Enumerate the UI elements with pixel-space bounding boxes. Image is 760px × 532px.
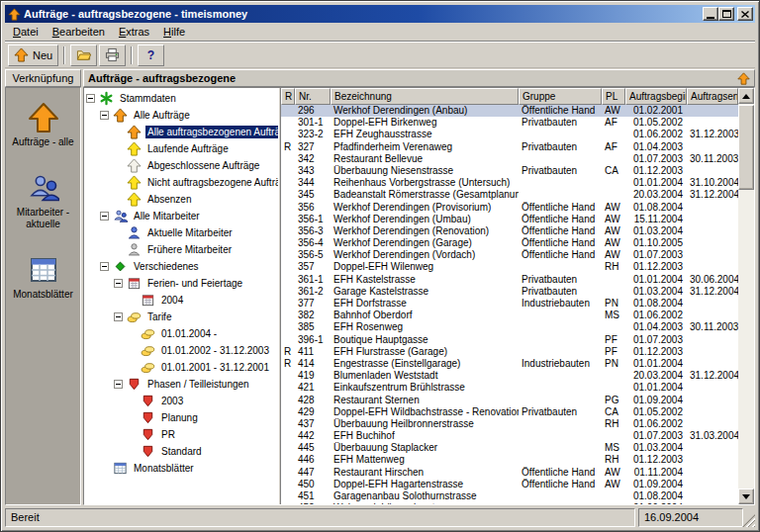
resize-grip[interactable] — [742, 514, 755, 527]
table-row[interactable]: 301-1Doppel-EFH BirkenwegPrivatbautenAF0… — [281, 117, 738, 129]
menu-bearbeiten[interactable]: Bearbeiten — [46, 23, 112, 41]
tree-collapse-toggle[interactable] — [100, 262, 109, 271]
table-row[interactable]: R411EFH Flurstrasse (Garage)PF01.12.2003 — [281, 346, 738, 358]
tree-item-laufende-auftrage[interactable]: Laufende Aufträge — [84, 140, 278, 157]
tree-item-2004[interactable]: 2004 — [84, 292, 278, 309]
tree-item-alle-auftrage[interactable]: Alle Aufträge — [84, 107, 278, 124]
close-button[interactable] — [737, 7, 753, 21]
scrollbar-thumb[interactable] — [738, 105, 754, 190]
menu-datei[interactable]: Datei — [6, 23, 46, 41]
tree-item-stammdaten[interactable]: Stammdaten — [84, 90, 278, 107]
table-row[interactable]: 296Werkhof Derendingen (Anbau)Öffentlich… — [281, 105, 738, 117]
tree-item-01-01-2002-31-12-2003[interactable]: 01.01.2002 - 31.12.2003 — [84, 342, 278, 359]
vertical-scrollbar[interactable] — [738, 88, 754, 504]
table-row[interactable]: 428Restaurant SternenPG01.09.2004 — [281, 395, 738, 406]
table-row[interactable]: 385EFH Rosenweg01.04.200330.11.2003 — [281, 321, 738, 333]
new-button[interactable]: Neu — [8, 44, 58, 66]
cell-pl: PN — [602, 298, 625, 310]
table-row[interactable]: 445Überbauung StaplackerMS01.03.2004 — [281, 442, 738, 454]
tree-item-phasen-teilleistungen[interactable]: Phasen / Teilleistungen — [84, 376, 278, 393]
tree-collapse-toggle[interactable] — [114, 279, 123, 288]
table-row[interactable]: 342Restaurant Bellevue01.07.200330.11.20… — [281, 153, 738, 165]
table-row[interactable]: 323-2EFH Zeughausstrasse01.06.200231.12.… — [281, 129, 738, 140]
column-header-bezeichnung[interactable]: Bezeichnung — [331, 88, 519, 105]
table-row[interactable]: 344Reihenhaus Vorbergstrasse (Untersuch)… — [281, 177, 738, 189]
table-row[interactable]: 451Garagenanbau Solothurnstrasse01.08.20… — [281, 490, 738, 502]
cell-ende — [687, 261, 738, 273]
minimize-button[interactable] — [703, 7, 718, 21]
table-row[interactable]: 382Bahnhof OberdorfMS01.06.2002 — [281, 310, 738, 321]
column-header-nr[interactable]: Nr. — [295, 88, 331, 105]
tree-collapse-toggle[interactable] — [100, 111, 109, 120]
table-row[interactable]: 429Doppel-EFH Wildbachstrasse - Renovati… — [281, 406, 738, 418]
table-row[interactable]: 356Werkhof Derendingen (Provisorium)Öffe… — [281, 202, 738, 214]
table-row[interactable]: R414Engestrasse (Einstellgarage)Industri… — [281, 358, 738, 370]
table-row[interactable]: 356-3Werkhof Derendingen (Renovation)Öff… — [281, 225, 738, 237]
cell-r — [281, 321, 295, 333]
menu-hilfe[interactable]: Hilfe — [156, 23, 192, 41]
tree-item-tarife[interactable]: Tarife — [84, 309, 278, 325]
tree-item-monatsblatter[interactable]: Monatsblätter — [84, 460, 278, 477]
scrollbar-down-button[interactable] — [738, 488, 754, 504]
cell-pl: AW — [602, 249, 625, 261]
tree-collapse-toggle[interactable] — [114, 380, 123, 389]
table-row[interactable]: 356-5Werkhof Derendingen (Vordach)Öffent… — [281, 249, 738, 261]
table-row[interactable]: R327Pfadfinderheim VerenawegPrivatbauten… — [281, 141, 738, 153]
table-row[interactable]: 361-1EFH KastelstrassePrivatbauten01.01.… — [281, 274, 738, 286]
cell-ende — [687, 117, 738, 129]
tree-item-01-01-2004[interactable]: 01.01.2004 - — [84, 325, 278, 342]
sidebar-item-monatsblatter[interactable]: Monatsblätter — [6, 254, 80, 301]
column-header-r[interactable]: R — [281, 88, 295, 105]
table-row[interactable]: 447Restaurant HirschenÖffentliche HandAW… — [281, 467, 738, 479]
column-header-pl[interactable]: PL — [602, 88, 625, 105]
tree-item-aktuelle-mitarbeiter[interactable]: Aktuelle Mitarbeiter — [84, 224, 278, 241]
sidebar-item-auftrage-alle[interactable]: Aufträge - alle — [6, 102, 80, 148]
tree-item-alle-mitarbeiter[interactable]: Alle Mitarbeiter — [84, 208, 278, 224]
scrollbar-up-button[interactable] — [738, 88, 754, 104]
table-row[interactable]: 396-1Boutique HauptgassePF01.07.2003 — [281, 334, 738, 346]
tree-item-pr[interactable]: PR — [84, 426, 278, 443]
cell-pl: RH — [602, 454, 625, 466]
print-button[interactable] — [99, 44, 126, 66]
column-header-ende[interactable]: Auftragsende — [687, 88, 738, 105]
table-row[interactable]: 419Blumenladen Weststadt20.03.200431.12.… — [281, 370, 738, 382]
table-row[interactable]: 452Wohnpark Längackerstrasse01.09.2004 — [281, 502, 738, 504]
tree-item-alle-auftragsbezogenen-auftrage[interactable]: Alle auftragsbezogenen Aufträge — [84, 124, 278, 140]
tree-collapse-toggle[interactable] — [86, 94, 95, 103]
table-row[interactable]: 343Überbauung NiesenstrassePrivatbautenC… — [281, 165, 738, 177]
tree-item-2003[interactable]: 2003 — [84, 393, 278, 409]
table-row[interactable]: 377EFH DorfstrasseIndustriebautenPN01.08… — [281, 298, 738, 310]
tree-item-verschiedenes[interactable]: Verschiedenes — [84, 258, 278, 275]
help-button[interactable]: ? — [138, 44, 164, 66]
tree-item-absenzen[interactable]: Absenzen — [84, 191, 278, 208]
maximize-button[interactable] — [718, 7, 734, 21]
tree-item-ferien-und-feiertage[interactable]: Ferien- und Feiertage — [84, 275, 278, 292]
menu-extras[interactable]: Extras — [112, 23, 156, 41]
tree-item-standard[interactable]: Standard — [84, 443, 278, 460]
tree-collapse-toggle[interactable] — [114, 312, 123, 321]
tag-red-icon — [141, 394, 155, 408]
sidebar-item-mitarbeiter-aktuelle[interactable]: Mitarbeiter - aktuelle — [6, 172, 80, 230]
table-row[interactable]: 442EFH Buchihof01.07.200331.03.2004 — [281, 430, 738, 442]
open-button[interactable] — [70, 44, 97, 66]
tree-collapse-toggle[interactable] — [100, 212, 109, 221]
table-row[interactable]: 357Doppel-EFH WilenwegRH01.12.2003 — [281, 261, 738, 273]
table-row[interactable]: 446EFH MattenwegRH01.12.2003 — [281, 454, 738, 466]
tree-item-planung[interactable]: Planung — [84, 409, 278, 426]
toolbar: Neu? — [5, 42, 755, 68]
table-row[interactable]: 356-1Werkhof Derendingen (Umbau)Öffentli… — [281, 214, 738, 225]
sidebar-header-button[interactable]: Verknüpfung — [5, 69, 81, 87]
table-row[interactable]: 356-4Werkhof Derendingen (Garage)Öffentl… — [281, 237, 738, 249]
tag-red-icon — [141, 444, 155, 459]
table-row[interactable]: 345Badeanstalt Römerstrasse (Gesamtplanu… — [281, 189, 738, 201]
table-row[interactable]: 421Einkaufszentrum Brühlstrasse01.01.200… — [281, 382, 738, 394]
tree-item-nicht-auftragsbezogene-auftrage[interactable]: Nicht auftragsbezogene Aufträge — [84, 174, 278, 191]
table-row[interactable]: 437Überbauung HeilbronnerstrasseRH01.06.… — [281, 418, 738, 430]
table-row[interactable]: 450Doppel-EFH HagartenstrasseÖffentliche… — [281, 479, 738, 490]
table-row[interactable]: 361-2Garage KastelstrassePrivatbauten01.… — [281, 286, 738, 298]
column-header-gruppe[interactable]: Gruppe — [519, 88, 602, 105]
tree-item-01-01-2001-31-12-2001[interactable]: 01.01.2001 - 31.12.2001 — [84, 359, 278, 376]
tree-item-fruhere-mitarbeiter[interactable]: Frühere Mitarbeiter — [84, 241, 278, 258]
tree-item-abgeschlossene-auftrage[interactable]: Abgeschlossene Aufträge — [84, 157, 278, 174]
column-header-beginn[interactable]: Auftragsbeginn — [625, 88, 687, 105]
